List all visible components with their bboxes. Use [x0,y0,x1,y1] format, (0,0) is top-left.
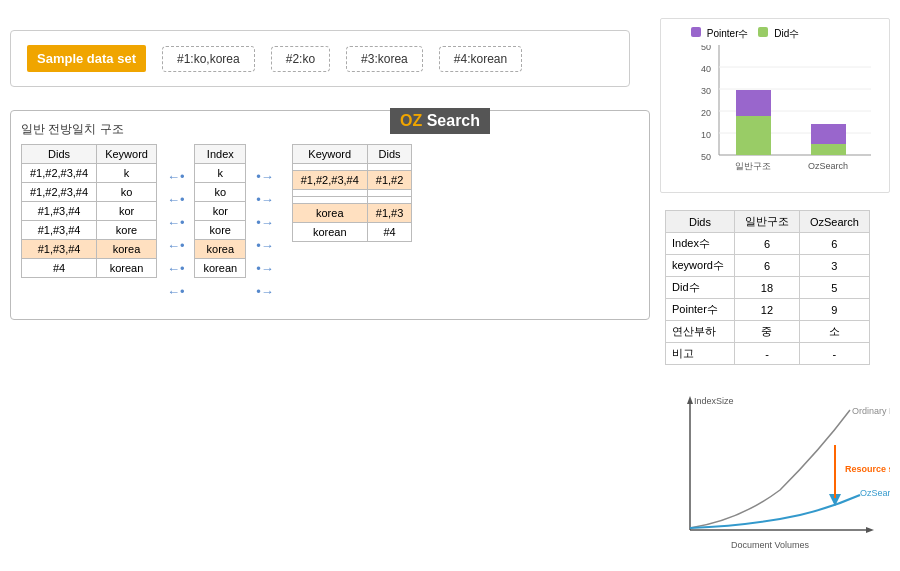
left-table-row: #1,#2,#3,#4ko [22,183,157,202]
arrow-6: ←• [167,281,185,303]
svg-marker-21 [866,527,874,533]
left-dids: #1,#3,#4 [22,240,97,259]
left-table-header-dids: Dids [22,145,97,164]
compare-header-dids: Dids [666,211,735,233]
right-table-row: korean#4 [292,223,412,242]
svg-text:IndexSize: IndexSize [694,396,734,406]
svg-text:Document Volumes: Document Volumes [731,540,810,550]
sample-label: Sample data set [27,45,146,72]
compare-col1: 12 [734,299,799,321]
svg-text:50: 50 [701,45,711,52]
left-table-row: #1,#3,#4kore [22,221,157,240]
svg-text:OzSearch: OzSearch [860,488,890,498]
left-dids: #4 [22,259,97,278]
compare-label: 비고 [666,343,735,365]
left-table-row: #1,#3,#4kor [22,202,157,221]
compare-table: Dids 일반구조 OzSearch Index수66keyword수63Did… [665,210,870,365]
right-table-header-dids: Dids [367,145,412,164]
right-table-row [292,164,412,171]
compare-col1: 18 [734,277,799,299]
chart-legend: Pointer수 Did수 [691,27,879,41]
oz-text: OZ [400,112,422,129]
left-dids: #1,#3,#4 [22,221,97,240]
compare-col2: 5 [799,277,869,299]
compare-header-oz: OzSearch [799,211,869,233]
index-keyword: korea [195,240,246,259]
left-table: Dids Keyword #1,#2,#3,#4k#1,#2,#3,#4ko#1… [21,144,157,278]
index-table: Index kkokorkorekoreakorean [194,144,246,278]
index-table-row: korean [195,259,246,278]
right-table-row: korea#1,#3 [292,204,412,223]
compare-col1: 6 [734,255,799,277]
rarrow-6: •→ [256,281,274,303]
oz-search-badge: OZ Search [390,108,490,134]
index-table-row: ko [195,183,246,202]
left-dids: #1,#2,#3,#4 [22,183,97,202]
sample-tag-4: #4:korean [439,46,522,72]
arrow-5: ←• [167,258,185,280]
svg-text:40: 40 [701,64,711,74]
right-table-row [292,190,412,197]
legend-did: Did수 [758,27,799,41]
sample-tag-3: #3:korea [346,46,423,72]
index-keyword: ko [195,183,246,202]
svg-text:10: 10 [701,130,711,140]
right-table-row [292,197,412,204]
compare-table-row: Did수185 [666,277,870,299]
right-table-row: #1,#2,#3,#4#1,#2 [292,171,412,190]
compare-col2: 3 [799,255,869,277]
index-keyword: k [195,164,246,183]
right-arrows: •→ •→ •→ •→ •→ •→ [256,144,274,305]
left-table-header-keyword: Keyword [97,145,157,164]
index-keyword: kore [195,221,246,240]
svg-marker-20 [687,396,693,404]
left-table-row: #1,#2,#3,#4k [22,164,157,183]
sample-tag-1: #1:ko,korea [162,46,255,72]
svg-text:OzSearch: OzSearch [808,161,848,171]
svg-rect-16 [811,124,846,144]
left-arrows: ←• ←• ←• ←• ←• ←• [167,144,185,305]
compare-label: Did수 [666,277,735,299]
tables-row: Dids Keyword #1,#2,#3,#4k#1,#2,#3,#4ko#1… [21,144,639,305]
left-dids: #1,#3,#4 [22,202,97,221]
sample-area: Sample data set #1:ko,korea #2:ko #3:kor… [10,30,630,87]
compare-label: 연산부하 [666,321,735,343]
compare-header-iljun: 일반구조 [734,211,799,233]
right-table-header-keyword: Keyword [292,145,367,164]
bar-chart-svg: 50 40 30 20 10 50 일반구조 OzSearch [691,45,871,180]
legend-did-dot [758,27,768,37]
index-keyword: korean [195,259,246,278]
left-dids: #1,#2,#3,#4 [22,164,97,183]
bar-chart-area: Pointer수 Did수 50 40 30 20 10 50 일반구조 OzS… [660,18,890,193]
arrow-3: ←• [167,212,185,234]
left-keyword: kore [97,221,157,240]
compare-col1: 6 [734,233,799,255]
svg-text:Resource saving: Resource saving [845,464,890,474]
compare-table-row: 연산부하중소 [666,321,870,343]
right-table: Keyword Dids #1,#2,#3,#4#1,#2korea#1,#3k… [292,144,413,242]
compare-table-row: Index수66 [666,233,870,255]
legend-pointer-dot [691,27,701,37]
left-table-row: #1,#3,#4korea [22,240,157,259]
left-keyword: k [97,164,157,183]
index-table-header: Index [195,145,246,164]
compare-col1: 중 [734,321,799,343]
compare-table-row: keyword수63 [666,255,870,277]
index-keyword: kor [195,202,246,221]
index-table-row: kore [195,221,246,240]
left-table-row: #4korean [22,259,157,278]
compare-table-row: Pointer수129 [666,299,870,321]
compare-label: keyword수 [666,255,735,277]
index-table-row: kor [195,202,246,221]
compare-col1: - [734,343,799,365]
rarrow-3: •→ [256,212,274,234]
compare-col2: - [799,343,869,365]
svg-text:50: 50 [701,152,711,162]
left-keyword: ko [97,183,157,202]
legend-pointer: Pointer수 [691,27,748,41]
line-chart-svg: IndexSize Document Volumes Ordinary Engi… [660,390,890,560]
left-keyword: kor [97,202,157,221]
compare-col2: 6 [799,233,869,255]
sample-tag-2: #2:ko [271,46,330,72]
rarrow-4: •→ [256,235,274,257]
